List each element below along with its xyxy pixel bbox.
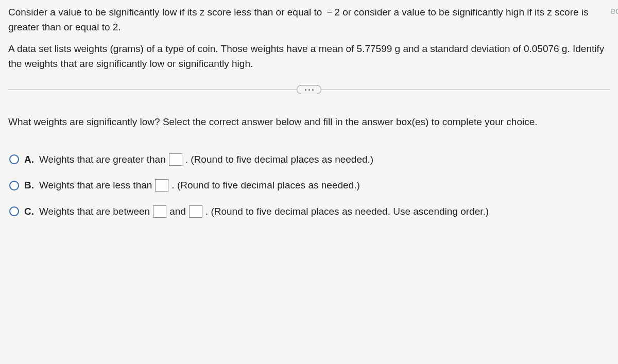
ellipsis-icon [305,89,314,91]
choice-c-post: . (Round to five decimal places as neede… [205,204,489,219]
choice-c-input-2[interactable] [189,205,202,218]
choice-a-post: . (Round to five decimal places as neede… [185,152,373,167]
choice-c-pre: Weights that are between [39,204,150,219]
choice-a-letter: A. [24,152,34,167]
expand-pill[interactable] [297,85,321,94]
choice-a-input[interactable] [169,153,182,166]
choice-b-post: . (Round to five decimal places as neede… [171,178,359,193]
choice-c-mid: and [169,204,186,219]
choice-b-letter: B. [24,178,34,193]
radio-c[interactable] [9,206,19,216]
radio-a[interactable] [9,154,19,164]
intro-text: Consider a value to be significantly low… [8,5,610,34]
context-text: A data set lists weights (grams) of a ty… [8,42,610,71]
edge-fragment: ec [610,4,618,18]
choice-a: A. Weights that are greater than . (Roun… [9,152,610,167]
choice-c-input-1[interactable] [153,205,166,218]
choice-b-input[interactable] [155,179,168,192]
question-text: What weights are significantly low? Sele… [8,115,610,130]
choice-b: B. Weights that are less than . (Round t… [9,178,610,193]
choice-c-letter: C. [24,204,34,219]
choice-c: C. Weights that are between and . (Round… [9,204,610,219]
choice-b-pre: Weights that are less than [39,178,152,193]
radio-b[interactable] [9,181,19,190]
section-divider [8,90,610,90]
choice-a-pre: Weights that are greater than [39,152,166,167]
